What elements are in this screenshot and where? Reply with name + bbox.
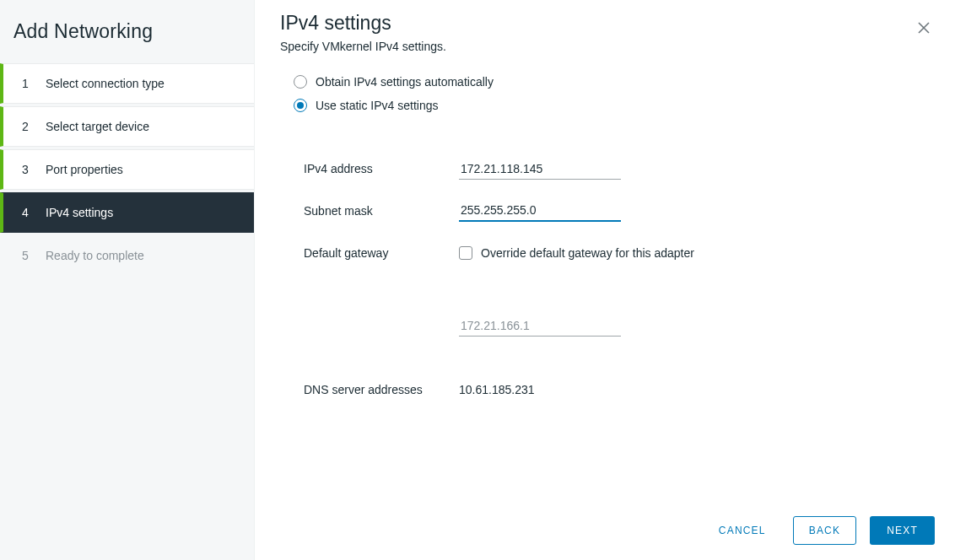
step-number: 3	[22, 163, 35, 176]
wizard-sidebar: Add Networking 1 Select connection type …	[0, 0, 255, 560]
radio-label: Obtain IPv4 settings automatically	[316, 75, 494, 89]
ipv4-mode-radio-group: Obtain IPv4 settings automatically Use s…	[294, 75, 935, 122]
row-default-gateway: Default gateway Override default gateway…	[304, 232, 935, 274]
dns-servers-value: 10.61.185.231	[459, 383, 535, 396]
ipv4-address-input[interactable]	[459, 159, 621, 180]
wizard-footer: CANCEL BACK NEXT	[280, 506, 935, 545]
label-default-gateway: Default gateway	[304, 246, 459, 260]
row-gateway-value	[304, 304, 935, 347]
row-dns-servers: DNS server addresses 10.61.185.231	[304, 369, 935, 411]
label-dns-servers: DNS server addresses	[304, 383, 459, 396]
step-number: 1	[22, 77, 35, 90]
checkbox-icon	[459, 246, 472, 260]
radio-use-static[interactable]: Use static IPv4 settings	[294, 99, 935, 112]
step-ready-to-complete: 5 Ready to complete	[0, 235, 254, 276]
checkbox-label: Override default gateway for this adapte…	[481, 246, 694, 260]
static-settings-form: IPv4 address Subnet mask Default gateway…	[304, 148, 935, 411]
cancel-button[interactable]: CANCEL	[705, 516, 780, 545]
subnet-mask-input[interactable]	[459, 200, 621, 222]
wizard-steps: 1 Select connection type 2 Select target…	[0, 63, 254, 276]
label-subnet-mask: Subnet mask	[304, 204, 459, 218]
step-label: Select connection type	[46, 77, 165, 90]
radio-label: Use static IPv4 settings	[316, 99, 439, 112]
step-select-connection-type[interactable]: 1 Select connection type	[0, 63, 254, 104]
next-button[interactable]: NEXT	[870, 516, 935, 545]
sidebar-title: Add Networking	[0, 15, 254, 63]
back-button[interactable]: BACK	[793, 516, 856, 545]
row-ipv4-address: IPv4 address	[304, 148, 935, 190]
step-label: Select target device	[46, 120, 149, 133]
step-number: 4	[22, 206, 35, 219]
step-label: Port properties	[46, 163, 123, 176]
step-number: 5	[22, 249, 35, 262]
close-icon	[918, 24, 930, 36]
step-ipv4-settings[interactable]: 4 IPv4 settings	[0, 192, 254, 233]
step-number: 2	[22, 120, 35, 133]
radio-icon	[294, 75, 307, 89]
override-gateway-checkbox[interactable]: Override default gateway for this adapte…	[459, 246, 694, 260]
main-panel: IPv4 settings Specify VMkernel IPv4 sett…	[255, 0, 955, 560]
step-select-target-device[interactable]: 2 Select target device	[0, 106, 254, 147]
page-subtitle: Specify VMkernel IPv4 settings.	[280, 40, 446, 53]
step-label: IPv4 settings	[46, 206, 113, 219]
radio-obtain-auto[interactable]: Obtain IPv4 settings automatically	[294, 75, 935, 89]
step-port-properties[interactable]: 3 Port properties	[0, 149, 254, 190]
row-subnet-mask: Subnet mask	[304, 190, 935, 232]
radio-icon	[294, 99, 307, 112]
close-button[interactable]	[913, 17, 935, 41]
default-gateway-input	[459, 315, 621, 337]
step-label: Ready to complete	[46, 249, 144, 262]
page-title: IPv4 settings	[280, 12, 446, 35]
label-ipv4-address: IPv4 address	[304, 162, 459, 175]
header-row: IPv4 settings Specify VMkernel IPv4 sett…	[280, 12, 935, 75]
